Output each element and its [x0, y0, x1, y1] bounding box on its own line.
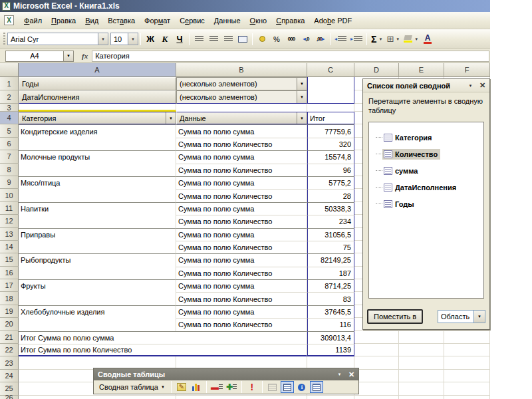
refresh-data-button[interactable]: !	[245, 381, 259, 393]
cell-A6[interactable]	[19, 138, 176, 150]
cell-A10[interactable]	[19, 189, 176, 201]
comma-style-button[interactable]: 000	[284, 32, 299, 47]
cell-F22[interactable]	[444, 344, 490, 356]
cell-B14[interactable]: Сумма по полю Количество	[176, 241, 307, 253]
cell-A16[interactable]	[19, 267, 176, 279]
cell-A8[interactable]	[19, 164, 176, 176]
column-header-F[interactable]: F	[444, 63, 490, 77]
field-item-ДатаИсполнения[interactable]: ДатаИсполнения	[369, 179, 483, 196]
cell-D25[interactable]	[354, 382, 399, 395]
cell-C14[interactable]: 75	[307, 241, 354, 253]
cell-A14[interactable]	[19, 241, 176, 253]
cell-C1[interactable]	[307, 77, 354, 90]
cell-C6[interactable]: 320	[307, 138, 354, 150]
menu-item[interactable]: Вставка	[103, 15, 140, 27]
row-header-3[interactable]: 3	[0, 104, 19, 112]
cell-C16[interactable]: 187	[307, 267, 354, 279]
cell-C4[interactable]: Итог	[307, 112, 354, 124]
cell-E23[interactable]	[399, 356, 444, 369]
row-header-26[interactable]: 26	[0, 396, 19, 399]
cell-C9[interactable]: 5775,2	[307, 176, 354, 189]
cell-C3[interactable]	[307, 104, 354, 112]
cell-B17[interactable]: Сумма по полю сумма	[176, 279, 307, 292]
cell-E24[interactable]	[399, 370, 444, 382]
panel-title-bar[interactable]: Список полей сводной ▼ ✕	[363, 79, 489, 92]
cell-C2[interactable]	[307, 90, 354, 104]
cell-B6[interactable]: Сумма по полю Количество	[176, 138, 307, 150]
increase-indent-button[interactable]: ▸	[348, 32, 364, 47]
column-header-A[interactable]: A	[19, 63, 176, 77]
cell-A17[interactable]: Фрукты	[19, 279, 176, 292]
formula-input[interactable]: Категория	[92, 51, 489, 62]
cell-B11[interactable]: Сумма по полю сумма	[176, 202, 307, 215]
increase-decimal-button[interactable]: ◂,0	[299, 32, 313, 47]
cell-A11[interactable]: Напитки	[19, 202, 176, 215]
row-header-5[interactable]: 5	[0, 124, 19, 137]
fx-icon[interactable]: fx	[82, 52, 88, 60]
cell-B18[interactable]: Сумма по полю Количество	[176, 292, 307, 305]
cell-B26[interactable]	[176, 396, 307, 399]
column-header-C[interactable]: C	[307, 63, 354, 77]
chevron-down-icon[interactable]: ▼	[98, 33, 108, 45]
cell-C7[interactable]: 15574,8	[307, 150, 354, 163]
align-left-button[interactable]	[192, 32, 206, 47]
cell-B2[interactable]: (несколько элементов)▼	[176, 90, 307, 104]
cell-A7[interactable]: Молочные продукты	[19, 150, 176, 163]
autosum-button[interactable]: Σ▼	[369, 32, 384, 47]
cell-E21[interactable]	[399, 331, 444, 344]
column-header-B[interactable]: B	[176, 63, 307, 77]
cell-A1[interactable]: Годы	[19, 77, 176, 90]
row-header-9[interactable]: 9	[0, 176, 19, 189]
area-select[interactable]: Область ▼	[438, 310, 485, 323]
cell-B20[interactable]: Сумма по полю Количество	[176, 318, 307, 331]
cell-A4[interactable]: Категория▼	[19, 112, 176, 124]
cell-C10[interactable]: 28	[307, 189, 354, 201]
hide-detail-button[interactable]: ▬	[210, 381, 223, 393]
field-item-Категория[interactable]: Категория	[369, 129, 483, 146]
cell-A12[interactable]	[19, 215, 176, 227]
cell-C20[interactable]: 116	[307, 318, 354, 331]
always-display-items-button[interactable]	[281, 381, 294, 393]
font-size-select[interactable]: 10 ▼	[110, 33, 138, 45]
fill-color-button[interactable]: ▼	[402, 32, 420, 47]
menu-item[interactable]: Правка	[47, 15, 80, 27]
cell-A13[interactable]: Приправы	[19, 228, 176, 241]
dropdown-arrow-icon[interactable]: ▼	[166, 112, 176, 124]
workbook-icon[interactable]: X	[4, 15, 14, 25]
row-header-20[interactable]: 20	[0, 318, 19, 331]
row-header-10[interactable]: 10	[0, 189, 19, 201]
dropdown-arrow-icon[interactable]: ▼	[297, 91, 307, 103]
row-header-16[interactable]: 16	[0, 267, 19, 279]
cell-D23[interactable]	[354, 356, 399, 369]
cell-C17[interactable]: 8714,25	[307, 279, 354, 292]
cell-B13[interactable]: Сумма по полю сумма	[176, 228, 307, 241]
cell-C5[interactable]: 77759,6	[307, 124, 354, 137]
merge-center-button[interactable]	[235, 32, 250, 47]
cell-D26[interactable]	[354, 396, 399, 399]
menu-item[interactable]: Файл	[19, 15, 47, 27]
name-box-dropdown[interactable]: ▼	[64, 51, 74, 62]
cell-A21[interactable]: Итог Сумма по полю сумма	[19, 331, 307, 344]
menu-item[interactable]: Вид	[80, 15, 103, 27]
dropdown-arrow-icon[interactable]: ▼	[297, 112, 307, 124]
cell-D21[interactable]	[354, 331, 399, 344]
column-header-E[interactable]: E	[399, 63, 444, 77]
cell-F21[interactable]	[444, 331, 490, 344]
pivot-toolbar-title-bar[interactable]: Сводные таблицы ▼ ✕	[94, 368, 358, 380]
menu-item[interactable]: Данные	[209, 15, 245, 27]
row-header-19[interactable]: 19	[0, 305, 19, 318]
row-header-21[interactable]: 21	[0, 331, 19, 344]
chevron-down-icon[interactable]: ▼	[396, 37, 400, 41]
cell-C22[interactable]: 1139	[307, 344, 354, 356]
menu-item[interactable]: Сервис	[175, 15, 209, 27]
cell-A2[interactable]: ДатаИсполнения	[19, 90, 176, 104]
dropdown-arrow-icon[interactable]: ▼	[297, 78, 307, 90]
cell-C15[interactable]: 82149,25	[307, 253, 354, 266]
cell-B7[interactable]: Сумма по полю сумма	[176, 150, 307, 163]
cell-F25[interactable]	[444, 382, 490, 395]
align-center-button[interactable]	[206, 32, 221, 47]
cell-A18[interactable]	[19, 292, 176, 305]
cell-D22[interactable]	[354, 344, 399, 356]
row-header-17[interactable]: 17	[0, 279, 19, 292]
row-header-11[interactable]: 11	[0, 202, 19, 215]
